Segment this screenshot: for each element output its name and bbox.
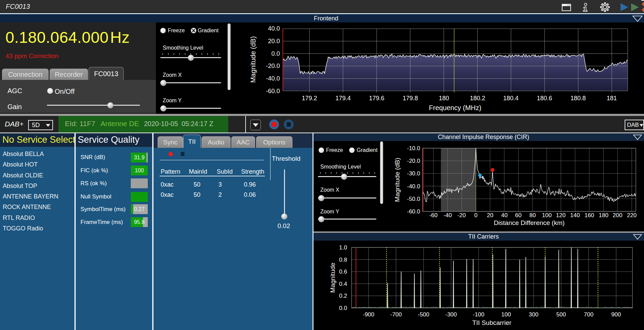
svg-text:-100: -100	[473, 311, 484, 318]
svg-text:181: 181	[607, 95, 617, 102]
svg-text:1.0: 1.0	[339, 244, 347, 251]
svg-text:900: 900	[611, 311, 621, 318]
svg-text:-20: -20	[458, 212, 466, 219]
svg-text:0.2: 0.2	[339, 293, 347, 299]
svg-text:20.0: 20.0	[268, 38, 280, 45]
svg-text:-30.0: -30.0	[407, 170, 420, 177]
svg-text:-10.0: -10.0	[407, 145, 420, 152]
svg-text:0: 0	[474, 212, 477, 219]
svg-text:-40.0: -40.0	[407, 183, 420, 190]
svg-text:180.2: 180.2	[470, 95, 485, 102]
svg-text:0.0: 0.0	[339, 305, 347, 311]
svg-text:700: 700	[584, 311, 593, 318]
svg-text:179.6: 179.6	[369, 95, 384, 102]
svg-text:-20.0: -20.0	[407, 158, 420, 164]
svg-text:180: 180	[439, 95, 449, 102]
svg-text:120: 120	[556, 212, 566, 219]
svg-text:180.6: 180.6	[537, 95, 552, 102]
svg-text:-900: -900	[363, 311, 374, 318]
svg-text:160: 160	[585, 212, 594, 219]
svg-text:220: 220	[627, 212, 637, 219]
svg-text:300: 300	[529, 311, 538, 318]
svg-text:Frequency (MHz): Frequency (MHz)	[429, 104, 481, 111]
svg-text:-40: -40	[444, 212, 452, 219]
svg-text:80: 80	[530, 212, 536, 219]
svg-text:-20.0: -20.0	[266, 63, 280, 69]
svg-text:179.4: 179.4	[335, 95, 351, 102]
svg-text:180.4: 180.4	[503, 95, 518, 102]
svg-text:-50.0: -50.0	[407, 196, 420, 202]
svg-text:-40.0: -40.0	[266, 75, 280, 82]
svg-text:40.0: 40.0	[268, 25, 280, 32]
svg-text:20: 20	[487, 212, 494, 219]
svg-text:0.8: 0.8	[339, 257, 347, 263]
svg-text:179.8: 179.8	[402, 95, 418, 102]
svg-text:60: 60	[515, 212, 522, 219]
svg-text:-60: -60	[429, 212, 438, 219]
svg-text:100: 100	[501, 311, 511, 318]
svg-text:Magnitude (dB): Magnitude (dB)	[249, 36, 257, 83]
svg-text:0.0: 0.0	[271, 50, 280, 57]
svg-text:-700: -700	[390, 311, 402, 318]
svg-text:TII Subcarrier: TII Subcarrier	[472, 319, 512, 326]
svg-text:Magnitude: Magnitude	[329, 263, 336, 293]
svg-text:Magnitude (dB): Magnitude (dB)	[394, 158, 401, 202]
svg-text:-500: -500	[418, 311, 429, 318]
svg-text:Distance Difference (km): Distance Difference (km)	[494, 219, 565, 226]
svg-text:200: 200	[613, 212, 622, 219]
svg-text:-60.0: -60.0	[266, 88, 280, 94]
svg-text:40: 40	[501, 212, 508, 219]
svg-text:180: 180	[599, 212, 608, 219]
svg-text:140: 140	[570, 212, 580, 219]
svg-text:179.2: 179.2	[302, 95, 317, 102]
svg-text:180.8: 180.8	[570, 95, 586, 102]
svg-text:0.4: 0.4	[339, 281, 347, 287]
svg-text:500: 500	[556, 311, 566, 318]
svg-text:0.6: 0.6	[339, 268, 347, 275]
svg-text:100: 100	[542, 212, 552, 219]
svg-text:-300: -300	[445, 311, 457, 318]
svg-text:-60.0: -60.0	[407, 208, 420, 215]
